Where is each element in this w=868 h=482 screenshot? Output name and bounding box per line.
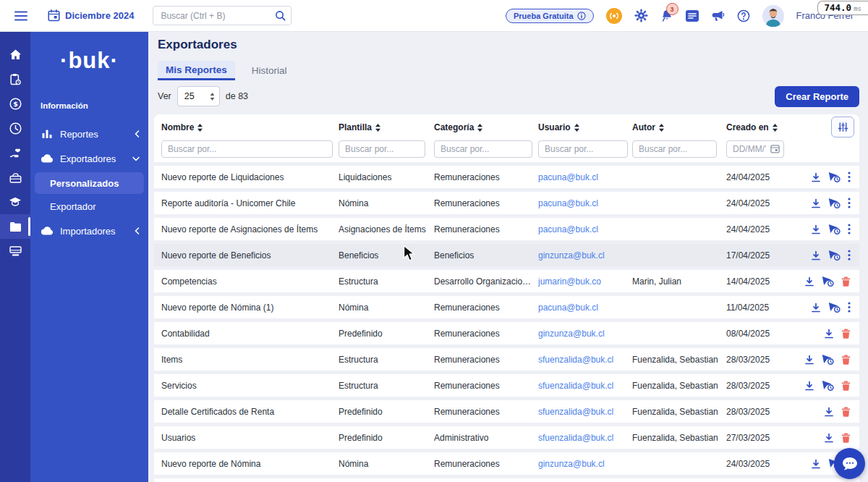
table-row[interactable]: Nuevo reporte de LiquidacionesLiquidacio… xyxy=(154,166,859,188)
trash-icon[interactable] xyxy=(841,355,851,365)
megaphone-icon[interactable] xyxy=(711,10,725,22)
schedule-export-icon[interactable] xyxy=(828,224,841,234)
create-report-button[interactable]: Crear Reporte xyxy=(775,86,859,107)
sidebar-item-importadores[interactable]: Importadores xyxy=(30,219,148,243)
table-row[interactable]: Nuevo reporte de BeneficiosBeneficiosBen… xyxy=(154,244,859,266)
trash-icon[interactable] xyxy=(841,407,851,417)
news-icon[interactable] xyxy=(686,10,699,22)
download-icon[interactable] xyxy=(804,355,814,365)
filter-plantilla-input[interactable] xyxy=(339,140,425,158)
sidebar-item-exportadores[interactable]: Exportadores xyxy=(30,146,148,171)
column-header-autor[interactable]: Autor xyxy=(632,122,726,132)
schedule-export-icon[interactable] xyxy=(828,198,841,208)
download-icon[interactable] xyxy=(824,329,834,339)
cell-plantilla: Nómina xyxy=(339,198,434,208)
cell-usuario-link[interactable]: sfuenzalida@buk.cl xyxy=(538,381,632,391)
trash-icon[interactable] xyxy=(841,433,851,443)
table-row[interactable]: Nuevo reporte de Asignaciones de ÍtemsAs… xyxy=(154,218,859,240)
download-icon[interactable] xyxy=(824,433,834,443)
help-icon[interactable] xyxy=(737,9,750,22)
cell-usuario-link[interactable]: pacuna@buk.cl xyxy=(538,224,632,234)
kebab-menu-icon[interactable] xyxy=(848,302,851,313)
download-icon[interactable] xyxy=(811,303,821,313)
kebab-menu-icon[interactable] xyxy=(848,198,851,208)
gear-icon[interactable] xyxy=(634,9,648,22)
filter-autor-input[interactable] xyxy=(632,140,717,158)
cell-usuario-link[interactable]: pacuna@buk.cl xyxy=(538,172,632,182)
cell-usuario-link[interactable]: pacuna@buk.cl xyxy=(538,198,632,208)
sidebar-subitem-exportador[interactable]: Exportador xyxy=(35,195,144,217)
tab-mis-reportes[interactable]: Mis Reportes xyxy=(158,61,235,80)
clock-icon[interactable] xyxy=(0,116,30,140)
cell-usuario-link[interactable]: ginzunza@buk.cl xyxy=(538,329,632,339)
cell-usuario-link[interactable]: ginzunza@buk.cl xyxy=(538,459,632,469)
education-icon[interactable] xyxy=(0,190,30,214)
download-icon[interactable] xyxy=(811,459,821,469)
download-icon[interactable] xyxy=(811,224,821,234)
schedule-export-icon[interactable] xyxy=(822,276,834,287)
download-icon[interactable] xyxy=(804,381,814,391)
schedule-export-icon[interactable] xyxy=(828,172,841,182)
tab-historial[interactable]: Historial xyxy=(244,61,295,80)
folder-icon[interactable] xyxy=(0,214,30,239)
hamburger-menu-icon[interactable] xyxy=(14,11,27,21)
tasks-icon[interactable] xyxy=(0,67,30,91)
register-icon[interactable] xyxy=(0,239,30,263)
table-row[interactable]: UsuariosPredefinidoAdministrativosfuenza… xyxy=(154,426,859,449)
search-input[interactable] xyxy=(153,6,292,25)
schedule-export-icon[interactable] xyxy=(822,354,834,365)
table-row[interactable]: Nuevo reporte de NóminaNóminaRemuneracio… xyxy=(154,452,859,475)
trash-icon[interactable] xyxy=(841,329,851,339)
per-page-select[interactable]: 25 xyxy=(177,86,220,106)
cell-usuario-link[interactable]: pacuna@buk.cl xyxy=(538,303,632,313)
table-row[interactable]: Detalle Certificados de RentaPredefinido… xyxy=(154,400,859,423)
column-header-categoria[interactable]: Categoría xyxy=(434,122,538,132)
table-row[interactable]: CompetenciasEstructuraDesarrollo Organiz… xyxy=(154,270,859,292)
lunchbox-icon[interactable] xyxy=(0,165,30,190)
trial-badge[interactable]: Prueba Gratuita xyxy=(506,9,594,23)
cell-usuario-link[interactable]: ginzunza@buk.cl xyxy=(538,250,632,261)
search-icon[interactable] xyxy=(275,10,286,21)
column-header-nombre[interactable]: Nombre xyxy=(161,122,339,132)
table-row[interactable]: ContabilidadPredefinidoRemuneracionesgin… xyxy=(154,322,859,344)
schedule-export-icon[interactable] xyxy=(828,250,841,261)
filter-nombre-input[interactable] xyxy=(161,140,333,158)
cell-usuario-link[interactable]: sfuenzalida@buk.cl xyxy=(538,355,632,365)
cell-usuario-link[interactable]: sfuenzalida@buk.cl xyxy=(538,433,632,443)
home-icon[interactable] xyxy=(0,42,30,67)
user-avatar[interactable] xyxy=(762,5,784,27)
money-icon[interactable]: $ xyxy=(0,91,30,116)
kebab-menu-icon[interactable] xyxy=(848,172,851,182)
download-icon[interactable] xyxy=(811,250,821,261)
calendar-icon[interactable] xyxy=(770,144,780,153)
table-row[interactable]: Reporte auditoría - Unicomer ChileNómina… xyxy=(154,192,859,214)
kebab-menu-icon[interactable] xyxy=(848,250,851,261)
download-icon[interactable] xyxy=(804,276,814,287)
column-header-usuario[interactable]: Usuario xyxy=(538,122,632,132)
table-row[interactable]: Nuevo reporte de Nómina (1)NóminaRemuner… xyxy=(154,296,859,318)
period-selector[interactable]: Diciembre 2024 xyxy=(48,9,134,22)
broadcast-icon[interactable] xyxy=(606,8,622,24)
benefits-icon[interactable] xyxy=(0,140,30,165)
column-settings-button[interactable] xyxy=(831,117,854,138)
trash-icon[interactable] xyxy=(841,276,851,287)
filter-categoria-input[interactable] xyxy=(434,140,532,158)
kebab-menu-icon[interactable] xyxy=(848,224,851,234)
column-header-plantilla[interactable]: Plantilla xyxy=(339,122,434,132)
download-icon[interactable] xyxy=(811,198,821,208)
sidebar-item-reportes[interactable]: Reportes xyxy=(30,122,148,146)
schedule-export-icon[interactable] xyxy=(828,302,841,313)
trash-icon[interactable] xyxy=(841,381,851,391)
table-row[interactable]: ServiciosEstructuraRemuneracionessfuenza… xyxy=(154,374,859,397)
cell-usuario-link[interactable]: sfuenzalida@buk.cl xyxy=(538,407,632,417)
download-icon[interactable] xyxy=(811,172,821,182)
sidebar-subitem-personalizados[interactable]: Personalizados xyxy=(35,172,144,194)
table-row[interactable]: ItemsEstructuraRemuneracionessfuenzalida… xyxy=(154,348,859,371)
cell-usuario-link[interactable]: jumarin@buk.co xyxy=(538,276,632,287)
download-icon[interactable] xyxy=(824,407,834,417)
filter-usuario-input[interactable] xyxy=(538,140,628,158)
notifications-bell-icon[interactable]: 3 xyxy=(660,9,673,22)
column-header-creado-en[interactable]: Creado en xyxy=(726,122,790,132)
schedule-export-icon[interactable] xyxy=(822,380,834,391)
chat-fab-button[interactable] xyxy=(834,448,865,479)
